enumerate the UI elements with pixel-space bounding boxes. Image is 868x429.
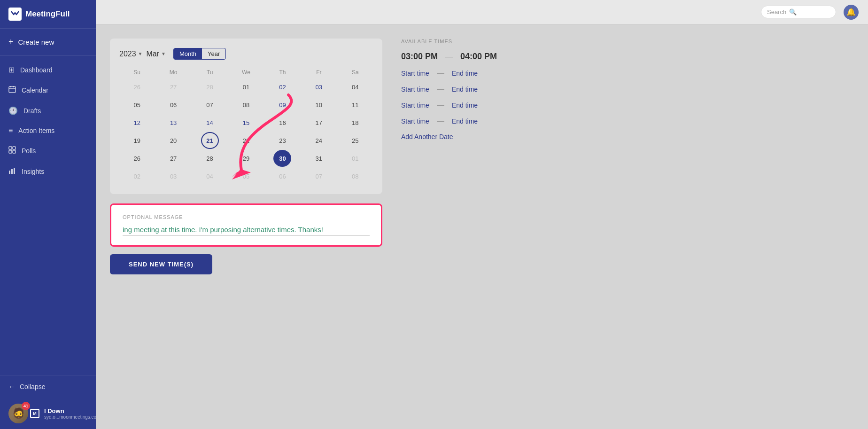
day-header-we: We [228, 67, 264, 78]
cal-cell[interactable]: 12 [128, 114, 146, 131]
cal-cell[interactable]: 02 [273, 78, 291, 95]
cal-cell[interactable]: 03 [310, 78, 328, 95]
cal-cell[interactable]: 27 [164, 78, 182, 95]
day-header-th: Th [265, 67, 300, 78]
collapse-button[interactable]: ← Collapse [0, 375, 96, 398]
cal-cell[interactable]: 22 [237, 132, 255, 149]
message-input[interactable]: ing meeting at this time. I'm purposing … [123, 226, 370, 236]
sidebar-nav: ⊞ Dashboard Calendar 🕐 Drafts ≡ Action I… [0, 56, 96, 375]
time-slot-4: Start time — End time [401, 101, 523, 109]
cal-cell[interactable]: 26 [128, 78, 146, 95]
calendar-icon [8, 86, 16, 95]
cal-cell[interactable]: 11 [346, 96, 364, 113]
available-times-section: AVAILABLE TIMES 03:00 PM — 04:00 PM Star… [401, 39, 523, 415]
cal-cell[interactable]: 14 [201, 114, 219, 131]
cal-cell[interactable]: 08 [346, 168, 364, 185]
cal-cell[interactable]: 25 [346, 132, 364, 149]
start-time-3[interactable]: Start time [401, 86, 429, 93]
cal-cell-today[interactable]: 21 [201, 132, 219, 149]
end-time-5[interactable]: End time [452, 117, 478, 125]
cal-cell[interactable]: 23 [273, 132, 291, 149]
start-time-5[interactable]: Start time [401, 117, 429, 125]
add-another-date-button[interactable]: Add Another Date [401, 133, 523, 140]
month-selector[interactable]: Mar ▼ [147, 50, 166, 58]
cal-cell[interactable]: 13 [164, 114, 182, 131]
cal-cell[interactable]: 05 [128, 96, 146, 113]
user-name: I Down [44, 407, 101, 414]
sidebar-item-insights[interactable]: Insights [0, 161, 96, 182]
cal-cell[interactable]: 08 [237, 96, 255, 113]
search-box[interactable]: Search 🔍 [761, 6, 836, 18]
polls-icon [8, 146, 16, 156]
cal-cell[interactable]: 27 [164, 150, 182, 167]
end-time-1[interactable]: 04:00 PM [460, 52, 497, 62]
time-slot-2: Start time — End time [401, 69, 523, 78]
cal-cell[interactable]: 03 [164, 168, 182, 185]
start-time-2[interactable]: Start time [401, 70, 429, 77]
cal-cell[interactable]: 24 [310, 132, 328, 149]
month-view-button[interactable]: Month [174, 48, 202, 59]
time-slot-5: Start time — End time [401, 117, 523, 125]
cal-cell[interactable]: 04 [346, 78, 364, 95]
svg-rect-5 [13, 147, 16, 149]
day-header-su: Su [119, 67, 155, 78]
optional-message-box: OPTIONAL MESSAGE ing meeting at this tim… [110, 203, 382, 247]
send-new-times-button[interactable]: SEND NEW TIME(S) [110, 254, 212, 274]
time-dash-4: — [437, 101, 444, 109]
time-dash-3: — [437, 85, 444, 94]
cal-cell[interactable]: 17 [310, 114, 328, 131]
search-placeholder: Search [767, 8, 786, 16]
notification-badge: 41 [22, 402, 30, 410]
cal-cell[interactable]: 29 [237, 150, 255, 167]
cal-cell[interactable]: 10 [310, 96, 328, 113]
cal-cell[interactable]: 05 [237, 168, 255, 185]
cal-cell[interactable]: 28 [201, 150, 219, 167]
cal-cell[interactable]: 26 [128, 150, 146, 167]
sidebar: MeetingFull + Create new ⊞ Dashboard Cal… [0, 0, 96, 429]
cal-cell[interactable]: 31 [310, 150, 328, 167]
cal-cell[interactable]: 01 [237, 78, 255, 95]
svg-rect-4 [9, 147, 12, 149]
cal-cell[interactable]: 19 [128, 132, 146, 149]
m-icon: M [30, 409, 39, 418]
sidebar-item-calendar[interactable]: Calendar [0, 80, 96, 101]
user-area: 🧔 41 M I Down syd.o...moonmeetings.com [0, 398, 96, 429]
notification-button[interactable]: 🔔 [844, 5, 859, 20]
sidebar-item-polls[interactable]: Polls [0, 140, 96, 161]
sidebar-item-dashboard[interactable]: ⊞ Dashboard [0, 60, 96, 80]
cal-cell-selected[interactable]: 30 [273, 150, 291, 167]
start-time-4[interactable]: Start time [401, 101, 429, 109]
year-selector[interactable]: 2023 ▼ [119, 50, 143, 58]
time-slot-1: 03:00 PM — 04:00 PM [401, 52, 523, 62]
sidebar-item-action-items[interactable]: ≡ Action Items [0, 121, 96, 140]
end-time-3[interactable]: End time [452, 86, 478, 93]
cal-cell[interactable]: 06 [164, 96, 182, 113]
create-new-button[interactable]: + Create new [0, 29, 96, 56]
cal-cell[interactable]: 09 [273, 96, 291, 113]
day-header-mo: Mo [155, 67, 191, 78]
collapse-icon: ← [8, 383, 15, 390]
cal-cell[interactable]: 02 [128, 168, 146, 185]
cal-cell[interactable]: 07 [201, 96, 219, 113]
cal-cell[interactable]: 16 [273, 114, 291, 131]
cal-cell[interactable]: 15 [237, 114, 255, 131]
cal-cell[interactable]: 28 [201, 78, 219, 95]
year-value: 2023 [119, 50, 136, 58]
svg-rect-0 [9, 86, 16, 93]
cal-cell[interactable]: 07 [310, 168, 328, 185]
year-view-button[interactable]: Year [202, 48, 225, 59]
cal-cell[interactable]: 20 [164, 132, 182, 149]
user-email: syd.o...moonmeetings.com [44, 414, 101, 420]
cal-cell[interactable]: 01 [346, 150, 364, 167]
avatar-wrap: 🧔 41 [8, 404, 28, 423]
end-time-4[interactable]: End time [452, 101, 478, 109]
cal-cell[interactable]: 06 [273, 168, 291, 185]
svg-rect-9 [11, 169, 13, 174]
cal-cell[interactable]: 04 [201, 168, 219, 185]
month-value: Mar [147, 50, 160, 58]
optional-message-label: OPTIONAL MESSAGE [123, 214, 370, 220]
end-time-2[interactable]: End time [452, 70, 478, 77]
start-time-1[interactable]: 03:00 PM [401, 52, 438, 62]
sidebar-item-drafts[interactable]: 🕐 Drafts [0, 101, 96, 121]
cal-cell[interactable]: 18 [346, 114, 364, 131]
